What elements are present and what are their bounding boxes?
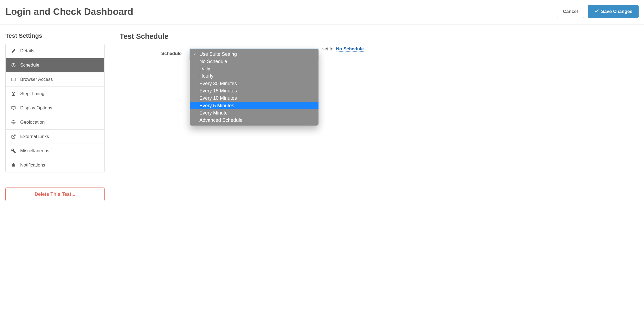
dropdown-option-every-30-minutes[interactable]: Every 30 Minutes [190,80,318,87]
content: Test Settings DetailsScheduleBrowser Acc… [0,25,644,209]
suite-setting-info: set to: No Schedule [322,46,364,52]
sidebar-item-geolocation[interactable]: Geolocation [6,115,104,129]
cancel-button[interactable]: Cancel [557,5,584,18]
sidebar-item-label: Browser Access [20,77,53,82]
clock-icon [11,63,16,68]
save-button-label: Save Changes [601,9,632,14]
main: Test Schedule Schedule Use Suite Setting… [120,32,639,201]
sidebar-item-label: External Links [20,134,49,139]
external-icon [11,134,16,139]
hourglass-icon [11,91,16,96]
sidebar-item-notifications[interactable]: Notifications [6,158,104,172]
main-title: Test Schedule [120,32,639,41]
svg-rect-1 [12,78,15,81]
globe-icon [11,120,16,125]
pencil-icon [11,48,16,53]
suite-schedule-link[interactable]: No Schedule [336,46,364,52]
bell-icon [11,163,16,168]
monitor-icon [11,106,16,110]
dropdown-option-every-minute[interactable]: Every Minute [190,109,318,116]
delete-test-label: Delete This Test... [34,192,75,197]
dropdown-option-every-15-minutes[interactable]: Every 15 Minutes [190,87,318,94]
check-icon [594,8,599,15]
window-icon [11,77,16,82]
wrench-icon [11,148,16,153]
dropdown-option-hourly[interactable]: Hourly [190,72,318,80]
sidebar-item-external-links[interactable]: External Links [6,129,104,144]
dropdown-option-advanced-schedule[interactable]: Advanced Schedule [190,117,318,124]
sidebar-item-display-options[interactable]: Display Options [6,101,104,115]
sidebar-item-label: Notifications [20,162,45,168]
sidebar-title: Test Settings [5,32,105,39]
sidebar-item-miscellaneous[interactable]: Miscellaneous [6,144,104,158]
dropdown-option-every-5-minutes[interactable]: Every 5 Minutes [190,102,318,109]
sidebar: Test Settings DetailsScheduleBrowser Acc… [5,32,105,201]
sidebar-item-label: Schedule [20,63,39,68]
sidebar-item-step-timing[interactable]: Step Timing [6,86,104,101]
save-button[interactable]: Save Changes [588,5,639,18]
header-actions: Cancel Save Changes [557,5,639,18]
schedule-row: Schedule Use Suite SettingNo ScheduleDai… [120,49,639,60]
sidebar-item-label: Miscellaneous [20,148,49,154]
header: Login and Check Dashboard Cancel Save Ch… [0,0,644,25]
dropdown-option-no-schedule[interactable]: No Schedule [190,58,318,65]
sidebar-item-label: Display Options [20,105,52,111]
sidebar-item-browser-access[interactable]: Browser Access [6,72,104,86]
delete-test-button[interactable]: Delete This Test... [5,188,105,201]
schedule-control: Use Suite SettingNo ScheduleDailyHourlyE… [190,49,639,60]
nav-list: DetailsScheduleBrowser AccessStep Timing… [5,44,105,172]
sidebar-item-label: Geolocation [20,120,45,125]
svg-rect-3 [12,106,15,109]
sidebar-item-label: Details [20,48,34,54]
sidebar-item-schedule[interactable]: Schedule [6,58,104,72]
page-title: Login and Check Dashboard [5,6,133,17]
cancel-button-label: Cancel [563,9,578,14]
sidebar-item-label: Step Timing [20,91,44,96]
info-prefix: set to: [322,46,335,51]
svg-line-7 [13,135,15,137]
dropdown-option-every-10-minutes[interactable]: Every 10 Minutes [190,95,318,102]
dropdown-option-daily[interactable]: Daily [190,65,318,72]
sidebar-item-details[interactable]: Details [6,44,104,58]
schedule-label: Schedule [120,49,182,56]
schedule-dropdown-menu: Use Suite SettingNo ScheduleDailyHourlyE… [190,49,318,126]
dropdown-option-use-suite-setting[interactable]: Use Suite Setting [190,50,318,58]
